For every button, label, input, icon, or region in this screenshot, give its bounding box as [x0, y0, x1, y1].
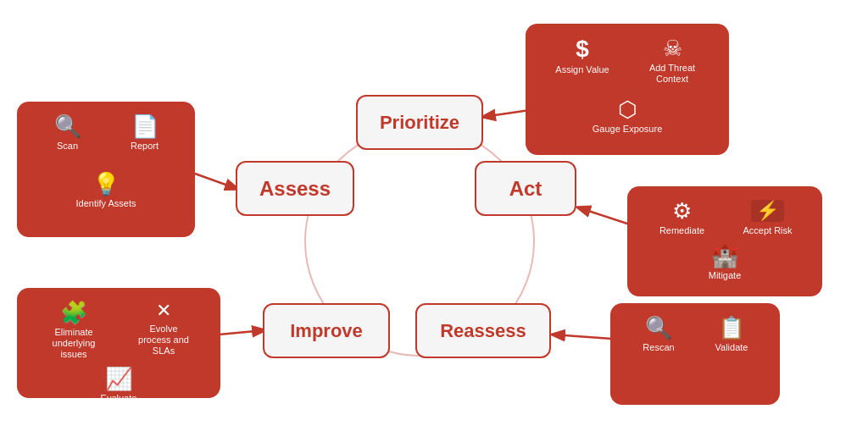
improve-detail-box: 🧩 Eliminate underlying issues ✕ Evolve p… — [17, 288, 220, 398]
evaluate-label: Evaluate metrics — [89, 393, 148, 415]
report-icon: 📄 — [131, 115, 159, 137]
accept-risk-label: Accept Risk — [743, 225, 792, 236]
threat-context-label: Add Threat Context — [643, 63, 702, 85]
svg-line-1 — [195, 174, 237, 189]
improve-evaluate-item: 📈 Evaluate metrics — [89, 368, 148, 415]
scan-icon: 🔍 — [54, 115, 81, 137]
prioritize-threat-item: ☠ Add Threat Context — [643, 37, 702, 85]
evolve-label: Evolve process and SLAs — [134, 324, 193, 357]
remediate-label: Remediate — [659, 225, 704, 236]
identify-assets-icon: 💡 — [92, 173, 120, 195]
act-mitigate-item: 🏰 Mitigate — [695, 245, 754, 281]
act-detail-box: ⚙ Remediate ⚡ Accept Risk 🏰 Mitigate — [627, 186, 822, 296]
validate-label: Validate — [715, 342, 748, 353]
svg-line-2 — [483, 110, 530, 117]
identify-assets-label: Identify Assets — [76, 198, 136, 209]
reassess-rescan-item: 🔍 Rescan — [629, 317, 688, 353]
svg-line-5 — [219, 330, 264, 335]
assess-identify-item: 💡 Identify Assets — [32, 173, 180, 209]
act-remediate-item: ⚙ Remediate — [653, 200, 712, 236]
prioritize-exposure-item: ⬡ Gauge Exposure — [541, 98, 714, 135]
threat-context-icon: ☠ — [663, 37, 682, 59]
remediate-icon: ⚙ — [672, 200, 692, 222]
prioritize-label: Prioritize — [380, 112, 459, 134]
assess-node: Assess — [236, 161, 354, 216]
reassess-detail-box: 🔍 Rescan 📋 Validate — [610, 303, 780, 405]
improve-eliminate-item: 🧩 Eliminate underlying issues — [44, 301, 103, 361]
accept-risk-icon: ⚡ — [751, 200, 784, 222]
act-accept-risk-item: ⚡ Accept Risk — [738, 200, 798, 236]
improve-node: Improve — [263, 303, 390, 358]
evaluate-icon: 📈 — [105, 368, 132, 390]
act-label: Act — [509, 177, 542, 201]
assess-label: Assess — [259, 177, 331, 201]
report-label: Report — [131, 141, 159, 152]
mitigate-label: Mitigate — [709, 270, 742, 281]
evolve-icon: ✕ — [156, 301, 171, 320]
diagram-container: 🔍 Scan 📄 Report 💡 Identify Assets $ Assi… — [0, 0, 868, 448]
assess-detail-box: 🔍 Scan 📄 Report 💡 Identify Assets — [17, 102, 195, 237]
improve-label: Improve — [290, 320, 363, 342]
validate-icon: 📋 — [718, 317, 745, 339]
reassess-label: Reassess — [440, 320, 526, 342]
mitigate-icon: 🏰 — [711, 245, 738, 267]
act-node: Act — [475, 161, 576, 216]
reassess-validate-item: 📋 Validate — [702, 317, 761, 353]
assess-scan-item: 🔍 Scan — [38, 115, 97, 152]
prioritize-node: Prioritize — [356, 95, 483, 150]
gauge-exposure-icon: ⬡ — [618, 98, 637, 120]
prioritize-detail-box: $ Assign Value ☠ Add Threat Context ⬡ Ga… — [526, 24, 729, 155]
prioritize-assign-item: $ Assign Value — [553, 37, 612, 75]
assign-value-icon: $ — [576, 37, 589, 61]
assess-report-item: 📄 Report — [115, 115, 175, 152]
rescan-icon: 🔍 — [645, 317, 672, 339]
rescan-label: Rescan — [643, 342, 674, 353]
assign-value-label: Assign Value — [555, 64, 609, 75]
eliminate-label: Eliminate underlying issues — [44, 327, 103, 361]
svg-line-4 — [553, 335, 612, 339]
svg-line-3 — [578, 207, 630, 224]
reassess-node: Reassess — [415, 303, 551, 358]
eliminate-icon: 🧩 — [60, 301, 87, 324]
scan-label: Scan — [57, 141, 78, 152]
improve-evolve-item: ✕ Evolve process and SLAs — [134, 301, 193, 357]
gauge-exposure-label: Gauge Exposure — [593, 124, 663, 135]
